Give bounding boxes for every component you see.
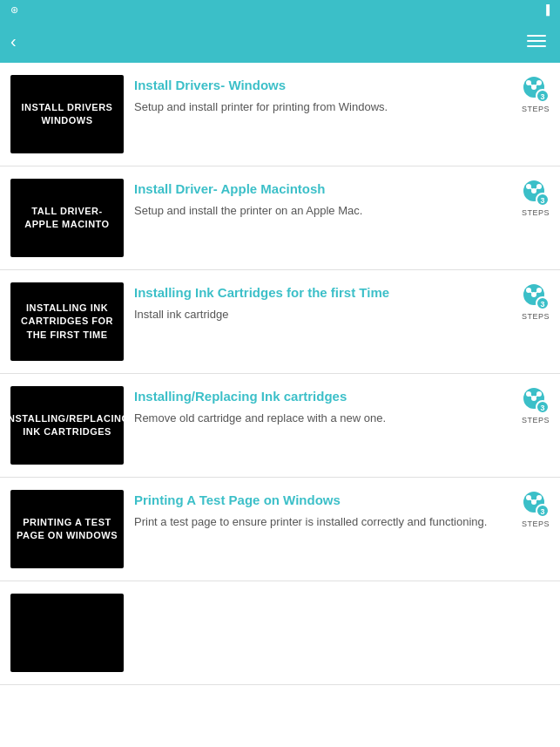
steps-label: STEPS xyxy=(522,312,550,321)
item-info: Install Drivers- Windows Setup and insta… xyxy=(134,75,515,115)
list-item-install-drivers-windows[interactable]: INSTALL DRIVERS WINDOWS Install Drivers-… xyxy=(0,63,560,166)
steps-badge: 3 STEPS xyxy=(522,282,550,321)
steps-badge: 3 STEPS xyxy=(522,490,550,528)
item-description: Install ink cartridge xyxy=(134,307,515,323)
item-info: Install Driver- Apple Macintosh Setup an… xyxy=(134,179,515,219)
thumbnail-text: TALL DRIVER-APPLE MACINTO xyxy=(10,200,124,237)
menu-button[interactable] xyxy=(370,31,550,51)
list-item-install-driver-apple[interactable]: TALL DRIVER-APPLE MACINTO Install Driver… xyxy=(0,166,560,270)
item-title: Installing Ink Cartridges for the first … xyxy=(134,284,515,302)
item-thumbnail: INSTALL DRIVERS WINDOWS xyxy=(10,75,124,153)
steps-label: STEPS xyxy=(522,105,550,113)
item-title: Install Drivers- Windows xyxy=(134,77,515,94)
item-info: Installing/Replacing Ink cartridges Remo… xyxy=(134,386,515,426)
item-thumbnail: PRINTING A TEST PAGE ON WINDOWS xyxy=(10,490,124,568)
item-thumbnail: TALL DRIVER-APPLE MACINTO xyxy=(10,179,124,257)
item-info: Printing A Test Page on Windows Print a … xyxy=(134,490,515,530)
item-description: Setup and install printer for printing f… xyxy=(134,99,515,115)
steps-label: STEPS xyxy=(522,208,550,217)
item-title: Install Driver- Apple Macintosh xyxy=(134,180,515,198)
item-thumbnail: INSTALLING INK CARTRIDGES FOR THE FIRST … xyxy=(10,282,124,361)
item-thumbnail xyxy=(10,594,124,672)
steps-icon: 3 xyxy=(522,179,550,207)
back-button[interactable]: ‹ xyxy=(10,32,190,50)
item-thumbnail: INSTALLING/REPLACING INK CARTRIDGES xyxy=(10,386,124,465)
steps-badge: 3 STEPS xyxy=(522,75,550,113)
item-description: Setup and install the printer on an Appl… xyxy=(134,203,515,219)
steps-icon: 3 xyxy=(522,282,550,310)
item-description: Remove old cartridge and replace with a … xyxy=(134,411,515,426)
steps-icon: 3 xyxy=(522,386,550,414)
thumbnail-text: INSTALLING/REPLACING INK CARTRIDGES xyxy=(10,407,124,445)
thumbnail-text: PRINTING A TEST PAGE ON WINDOWS xyxy=(10,511,124,548)
svg-text:3: 3 xyxy=(540,196,544,205)
list-item-installing-ink-first-time[interactable]: INSTALLING INK CARTRIDGES FOR THE FIRST … xyxy=(0,270,560,374)
item-description: Print a test page to ensure printer is i… xyxy=(134,514,515,530)
thumbnail-text: INSTALLING INK CARTRIDGES FOR THE FIRST … xyxy=(10,296,124,347)
steps-label: STEPS xyxy=(522,416,550,424)
list-item-printing-test-page-windows[interactable]: PRINTING A TEST PAGE ON WINDOWS Printing… xyxy=(0,478,560,581)
svg-text:3: 3 xyxy=(540,507,544,516)
carrier-label: ⊛ xyxy=(10,4,18,16)
svg-text:3: 3 xyxy=(540,300,544,309)
hamburger-icon xyxy=(523,31,550,51)
steps-badge: 3 STEPS xyxy=(522,179,550,217)
item-title: Installing/Replacing Ink cartridges xyxy=(134,388,515,405)
svg-text:3: 3 xyxy=(540,404,544,412)
list-item-installing-replacing-ink[interactable]: INSTALLING/REPLACING INK CARTRIDGES Inst… xyxy=(0,374,560,478)
item-info: Installing Ink Cartridges for the first … xyxy=(134,282,515,323)
status-bar: ⊛ ▐ xyxy=(0,0,560,19)
content-list: INSTALL DRIVERS WINDOWS Install Drivers-… xyxy=(0,63,560,685)
back-chevron-icon: ‹ xyxy=(10,32,17,50)
battery-label: ▐ xyxy=(543,4,550,15)
steps-icon: 3 xyxy=(522,75,550,103)
nav-bar: ‹ xyxy=(0,19,560,63)
steps-badge: 3 STEPS xyxy=(522,386,550,424)
thumbnail-text xyxy=(62,628,72,638)
item-title: Printing A Test Page on Windows xyxy=(134,492,515,509)
steps-label: STEPS xyxy=(522,520,550,528)
svg-text:3: 3 xyxy=(540,92,544,101)
list-item[interactable] xyxy=(0,581,560,685)
steps-icon: 3 xyxy=(522,490,550,518)
thumbnail-text: INSTALL DRIVERS WINDOWS xyxy=(10,96,124,133)
